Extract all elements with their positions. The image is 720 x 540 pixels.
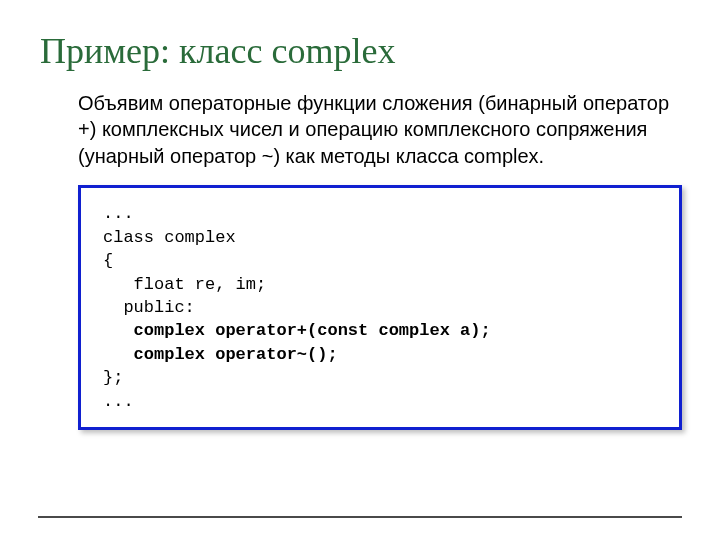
slide-title: Пример: класс complex [38, 30, 682, 72]
code-frame: ... class complex { float re, im; public… [78, 185, 682, 430]
code-line-bold: complex operator+(const complex a); [103, 321, 491, 340]
footer-divider [38, 516, 682, 518]
body-paragraph: Объявим операторные функции сложения (би… [38, 90, 682, 169]
code-line: { [103, 251, 113, 270]
code-line: ... [103, 204, 134, 223]
code-line-bold: complex operator~(); [103, 345, 338, 364]
code-line: ... [103, 392, 134, 411]
code-line: public: [103, 298, 195, 317]
code-line: class complex [103, 228, 236, 247]
code-block: ... class complex { float re, im; public… [103, 202, 657, 413]
code-line: float re, im; [103, 275, 266, 294]
code-line: }; [103, 368, 123, 387]
